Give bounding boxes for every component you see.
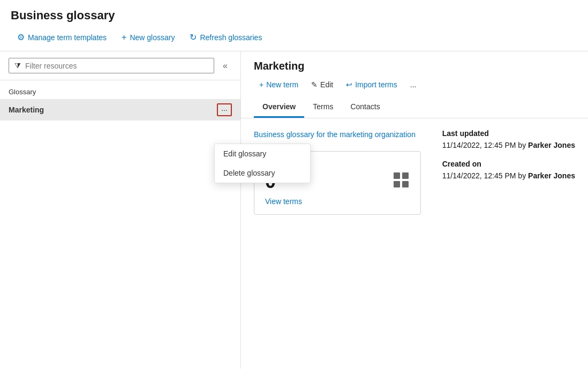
- manage-term-label: Manage term templates: [28, 33, 107, 42]
- edit-glossary-menu-item[interactable]: Edit glossary: [215, 144, 310, 163]
- import-terms-button[interactable]: ↩ Import terms: [341, 78, 403, 92]
- svg-rect-3: [402, 181, 409, 187]
- grid-icon: [393, 171, 410, 192]
- main-layout: ⧩ « Glossary Marketing ··· Edit glossary…: [0, 51, 588, 369]
- refresh-label: Refresh glossaries: [200, 33, 262, 42]
- nav-item-more-button[interactable]: ···: [217, 103, 232, 116]
- tab-contacts[interactable]: Contacts: [342, 97, 388, 118]
- delete-glossary-menu-item[interactable]: Delete glossary: [215, 163, 310, 183]
- new-term-label: New term: [266, 80, 298, 89]
- tab-overview[interactable]: Overview: [254, 97, 304, 118]
- new-term-plus-icon: +: [259, 80, 263, 89]
- sidebar-nav: Glossary Marketing ···: [0, 80, 240, 125]
- svg-rect-1: [402, 172, 409, 179]
- sliders-icon: ⚙: [17, 32, 25, 42]
- import-terms-label: Import terms: [355, 80, 397, 89]
- content-header: Marketing + New term ✎ Edit ↩ Import ter…: [241, 51, 588, 118]
- content-more-button[interactable]: ...: [405, 78, 422, 92]
- import-icon: ↩: [346, 80, 352, 89]
- svg-rect-0: [394, 172, 400, 179]
- sidebar: ⧩ « Glossary Marketing ··· Edit glossary…: [0, 51, 241, 369]
- last-updated-label: Last updated: [442, 129, 575, 138]
- tab-terms[interactable]: Terms: [304, 97, 342, 118]
- description-text: Business glossary for the marketing orga…: [254, 129, 421, 140]
- content-tabs: Overview Terms Contacts: [254, 97, 575, 118]
- filter-icon: ⧩: [14, 61, 21, 70]
- created-on-by: Parker Jones: [528, 171, 575, 180]
- more-dots-icon: ...: [410, 80, 417, 89]
- filter-bar: ⧩ «: [0, 51, 240, 80]
- plus-icon: +: [122, 33, 126, 42]
- context-menu: Edit glossary Delete glossary: [214, 144, 311, 183]
- view-terms-link[interactable]: View terms: [265, 197, 302, 206]
- last-updated-by: Parker Jones: [528, 141, 575, 149]
- new-glossary-button[interactable]: + New glossary: [115, 29, 181, 46]
- last-updated-date: 11/14/2022, 12:45 PM by: [442, 141, 528, 149]
- edit-label: Edit: [320, 80, 333, 89]
- collapse-button[interactable]: «: [218, 59, 232, 73]
- page-title: Business glossary: [11, 9, 577, 22]
- created-on-date: 11/14/2022, 12:45 PM by: [442, 171, 528, 180]
- created-on-label: Created on: [442, 160, 575, 168]
- edit-pencil-icon: ✎: [311, 80, 318, 89]
- main-toolbar: ⚙ Manage term templates + New glossary ↻…: [11, 29, 577, 46]
- filter-input-wrapper[interactable]: ⧩: [9, 58, 214, 73]
- nav-item-marketing[interactable]: Marketing ···: [0, 99, 240, 121]
- new-glossary-label: New glossary: [130, 33, 175, 42]
- content-toolbar: + New term ✎ Edit ↩ Import terms ...: [254, 78, 575, 97]
- filter-input[interactable]: [25, 62, 208, 70]
- last-updated-value: 11/14/2022, 12:45 PM by Parker Jones: [442, 140, 575, 151]
- edit-button[interactable]: ✎ Edit: [306, 78, 338, 92]
- right-section: Last updated 11/14/2022, 12:45 PM by Par…: [442, 129, 575, 215]
- manage-term-templates-button[interactable]: ⚙ Manage term templates: [11, 29, 113, 46]
- content-panel: Marketing + New term ✎ Edit ↩ Import ter…: [241, 51, 588, 369]
- refresh-glossaries-button[interactable]: ↻ Refresh glossaries: [183, 29, 268, 46]
- top-bar: Business glossary ⚙ Manage term template…: [0, 0, 588, 51]
- content-title: Marketing: [254, 60, 575, 72]
- created-on-value: 11/14/2022, 12:45 PM by Parker Jones: [442, 170, 575, 182]
- nav-section-label: Glossary: [0, 85, 240, 99]
- nav-item-marketing-label: Marketing: [9, 106, 44, 114]
- svg-rect-2: [394, 181, 400, 187]
- refresh-icon: ↻: [190, 32, 197, 42]
- new-term-button[interactable]: + New term: [254, 78, 304, 92]
